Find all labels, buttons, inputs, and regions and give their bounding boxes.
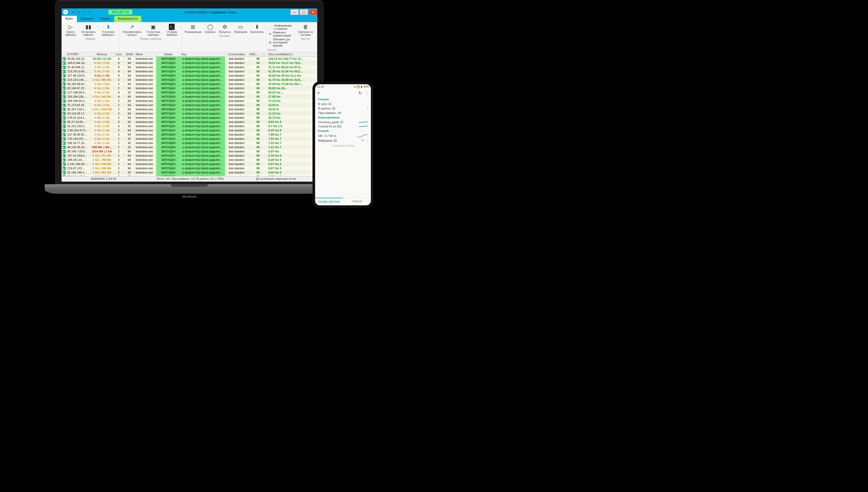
- cell-ip: 45.85.142.12...: [66, 56, 90, 61]
- table-row[interactable]: ▶85.140.4.45:9...3 Gb | 2 Gb232testminer…: [61, 174, 317, 176]
- hashrate-row[interactable]: HR: 6.7 Kh \s: [315, 133, 371, 138]
- stations-online-row[interactable]: В сети: 61: [315, 102, 371, 106]
- col-ip[interactable]: IP:PORT: [66, 52, 90, 56]
- grid-body[interactable]: ▶45.85.142.12...16 Gb | 12 Gb464testmine…: [61, 56, 317, 176]
- explorer-button[interactable]: ▭ Проводник: [233, 23, 249, 34]
- edit-comment-button[interactable]: ✎ Изменить комментарий: [269, 30, 292, 38]
- cell-ip: 85.140.7.83:5...: [66, 149, 90, 153]
- client-info-button[interactable]: 📄 Информация о клиенте: [269, 24, 292, 30]
- miner-stats-button[interactable]: ▣ Статистика майнера: [143, 23, 163, 37]
- table-row[interactable]: ▶91.211.210.2...2 Gb | 1 Gb432testminer.…: [61, 124, 317, 128]
- minimize-button[interactable]: —: [290, 9, 299, 15]
- table-row[interactable]: ▶45.85.142.12...16 Gb | 12 Gb464testmine…: [61, 56, 317, 61]
- table-row[interactable]: ▶100.6.144.16...8 Gb | 3 Gb864testminer.…: [61, 61, 317, 65]
- table-row[interactable]: ▶85.140.7.83:5...1014 Mb | 1 Gb264testmi…: [61, 149, 317, 153]
- edit-icon[interactable]: ✎: [362, 139, 364, 142]
- table-row[interactable]: ▶194.190.93.3...4 Gb | 2 Gb264testminer.…: [61, 99, 317, 103]
- nav-fwd-icon[interactable]: ▶: [76, 9, 81, 15]
- table-row[interactable]: ▶157.41.233.9...2 Gb | 761 Mb264testmine…: [61, 153, 317, 158]
- col-memory[interactable]: Memory: [90, 52, 114, 56]
- services-button[interactable]: ◯ Сервисы: [203, 23, 217, 34]
- delete-from-system-button[interactable]: 🗑 Удаление из системы: [295, 23, 316, 37]
- cell-status: ЗАПУЩЕН: [156, 158, 180, 162]
- col-key[interactable]: Key: [180, 52, 225, 56]
- run-button[interactable]: ⬇ Выполнить: [249, 23, 265, 34]
- cell-arch: 64: [124, 86, 135, 90]
- col-hs[interactable]: Hs\s (now\60sec\1...: [267, 52, 317, 56]
- stations-idle-row[interactable]: Простаивают: 28: [315, 111, 371, 115]
- update-latest-button[interactable]: ↻ Обновить до последней версии: [269, 38, 292, 47]
- install-miner-button[interactable]: ⬇ Установка майнера ▾: [98, 23, 118, 37]
- table-row[interactable]: ▶178.133.197....2 Gb | 2 Gb232testminer.…: [61, 137, 317, 141]
- hamburger-icon[interactable]: ≡: [317, 91, 320, 95]
- table-row[interactable]: ▶95.182.68.62:...3 Gb | 3 Gb264testminer…: [61, 82, 317, 86]
- close-button[interactable]: ✕: [309, 9, 317, 15]
- licensing-days-row[interactable]: Осталось дней: 22: [315, 120, 371, 124]
- stations-working-row[interactable]: В работе: 33 ›: [315, 106, 371, 111]
- start-miner-button[interactable]: ▷ Запуск майнера: [62, 23, 79, 37]
- collapse-ribbon-icon[interactable]: ⌃: [312, 17, 315, 21]
- table-row[interactable]: ▶2.60.102.47:5...3 Gb | 2 Gb264testminer…: [61, 128, 317, 132]
- table-row[interactable]: ▶157.40.120.9...4 Gb | 1 Gb464testminer.…: [61, 73, 317, 78]
- services-icon: ◯: [207, 24, 213, 30]
- table-row[interactable]: ▶31.44.248.11...3 Gb | 3 Gb864testminer.…: [61, 65, 317, 69]
- refresh-icon[interactable]: ↻: [359, 91, 362, 96]
- col-core[interactable]: Core: [114, 52, 124, 56]
- table-row[interactable]: ▶46.133.35.19...698 Mb | 100...232testmi…: [61, 145, 317, 149]
- help-icon[interactable]: ? ▾: [87, 9, 93, 15]
- table-row[interactable]: ▶157.45.95.92:...4 Gb | 2 Gb264testminer…: [61, 132, 317, 137]
- nav-back-icon[interactable]: ◀: [70, 9, 75, 15]
- cell-arch: 64: [124, 69, 135, 73]
- col-sort[interactable]: ↑↓: [261, 52, 267, 56]
- table-row[interactable]: ▶223.223.144....2 Gb | 885 Mb264testmine…: [61, 78, 317, 82]
- table-row[interactable]: ▶223.191.0.60:...8 Gb | 5 Gb464testminer…: [61, 69, 317, 73]
- cell-ip: 157.45.95.92:...: [66, 132, 90, 137]
- row-status-icon: ▶: [62, 146, 65, 149]
- col-ver[interactable]: VER.KM: [248, 52, 261, 56]
- tab-general[interactable]: ОБЩИЕ ДАННЫЕ: [315, 198, 343, 205]
- table-row[interactable]: ▶95.167.118.1...3 Gb | 1009 Mb264testmin…: [61, 107, 317, 112]
- cell-ip: 195.16.77.15...: [66, 141, 90, 145]
- col-status[interactable]: Status: [156, 52, 180, 56]
- scheduler-button[interactable]: ⊞ Планировщик: [183, 23, 203, 34]
- table-row[interactable]: ▶193.194.109....4 Gb | 945 Mb464testmine…: [61, 95, 317, 99]
- table-row[interactable]: ▶93.124.39.17...4 Gb | 2 Gb264testminer.…: [61, 112, 317, 116]
- app-window: # ◀ ▶ ↻ ? ▾ 59.5.207.14 HASHSTREM | Серв…: [61, 8, 317, 182]
- hashrate-miners-row[interactable]: Майнеров: 33 ✎ ›: [315, 138, 371, 143]
- refresh-icon[interactable]: ↻: [82, 9, 87, 15]
- menu-service[interactable]: Сервис: [96, 16, 114, 22]
- licensing-slots-row[interactable]: Слотов 61 из 263: [315, 124, 371, 128]
- tab-chart[interactable]: ГРАФИК: [343, 198, 371, 205]
- menu-capabilities[interactable]: Возможности: [114, 16, 141, 22]
- cell-sort: [261, 83, 267, 84]
- table-row[interactable]: ▶91.142.146.1...2 Gb | 851 Mb232testmine…: [61, 170, 317, 174]
- col-icon[interactable]: [61, 52, 66, 56]
- table-row[interactable]: ▶95.27.10.85:...3 Gb | 3 Gb364testminer.…: [61, 120, 317, 124]
- cell-arch: 64: [124, 112, 135, 116]
- table-row[interactable]: ▶31.173.82.25...8 Gb | 3 Gb264testminer.…: [61, 103, 317, 107]
- menu-file[interactable]: Файл: [61, 16, 77, 22]
- cell-arch: 32: [124, 90, 135, 95]
- ribbon-group-miner: ▷ Запуск майнера ▮▮ Остановить майнинг ⬇…: [61, 23, 120, 52]
- miner-debug-button[interactable]: >_ Отладка майнера: [163, 23, 180, 37]
- table-row[interactable]: ▶213.87.123....2 Gb | 436 Mb264testminer…: [61, 166, 317, 170]
- table-row[interactable]: ▶188.191.23....2 Gb | 788 Mb264testminer…: [61, 158, 317, 162]
- table-row[interactable]: ▶176.51.214.1...4 Gb | 2 Gb264testminer.…: [61, 116, 317, 120]
- stop-miner-button[interactable]: ▮▮ Остановить майнинг: [79, 23, 98, 37]
- maximize-button[interactable]: ▢: [299, 9, 308, 15]
- table-row[interactable]: ▶83.149.47.22...4 Gb | 3 Gb264testminer.…: [61, 86, 317, 90]
- cell-arch: 64: [124, 116, 135, 120]
- col-miner[interactable]: Miner: [135, 52, 156, 56]
- col-commentary[interactable]: Commentary: [225, 52, 248, 56]
- menu-main[interactable]: Главная: [77, 16, 96, 22]
- processes-button[interactable]: ⚙ Процессы: [217, 23, 233, 34]
- ribbon-side-label: Изменить комментарий: [273, 31, 292, 37]
- overflow-icon[interactable]: ⋮: [365, 91, 369, 96]
- play-icon: ▷: [69, 24, 73, 30]
- rename-process-button[interactable]: ↗ Переименовать процесс: [121, 23, 143, 37]
- table-row[interactable]: ▶195.16.77.15...2 Gb | 1 Gb232testminer.…: [61, 141, 317, 145]
- table-row[interactable]: ▶117.198.58.4...3 Gb | 2 Gb432testminer.…: [61, 90, 317, 95]
- cell-ver: 98: [248, 116, 261, 120]
- col-arch[interactable]: 32\64: [124, 52, 135, 56]
- table-row[interactable]: ▶5.141.159.50:...2 Gb | 330 Mb264testmin…: [61, 162, 317, 166]
